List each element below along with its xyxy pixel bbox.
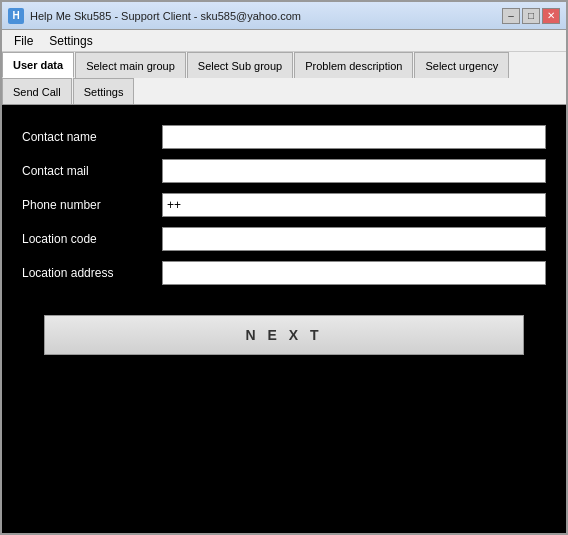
tab-select-urgency[interactable]: Select urgency <box>414 52 509 78</box>
minimize-button[interactable]: – <box>502 8 520 24</box>
phone-number-input[interactable] <box>162 193 546 217</box>
contact-mail-row: Contact mail <box>22 159 546 183</box>
title-bar-left: H Help Me Sku585 - Support Client - sku5… <box>8 8 301 24</box>
title-bar: H Help Me Sku585 - Support Client - sku5… <box>2 2 566 30</box>
content-area: Contact name Contact mail Phone number L… <box>2 105 566 533</box>
tab-settings[interactable]: Settings <box>73 78 135 104</box>
next-btn-container: N E X T <box>22 315 546 355</box>
tab-bar: User data Select main group Select Sub g… <box>2 52 566 105</box>
phone-number-row: Phone number <box>22 193 546 217</box>
main-window: H Help Me Sku585 - Support Client - sku5… <box>0 0 568 535</box>
menu-bar: File Settings <box>2 30 566 52</box>
location-address-input[interactable] <box>162 261 546 285</box>
tab-send-call[interactable]: Send Call <box>2 78 72 104</box>
phone-number-label: Phone number <box>22 198 152 212</box>
location-code-label: Location code <box>22 232 152 246</box>
location-address-row: Location address <box>22 261 546 285</box>
tab-problem-description[interactable]: Problem description <box>294 52 413 78</box>
contact-mail-input[interactable] <box>162 159 546 183</box>
app-icon: H <box>8 8 24 24</box>
close-button[interactable]: ✕ <box>542 8 560 24</box>
form-section: Contact name Contact mail Phone number L… <box>22 125 546 285</box>
menu-settings[interactable]: Settings <box>41 32 100 50</box>
next-button[interactable]: N E X T <box>44 315 524 355</box>
menu-file[interactable]: File <box>6 32 41 50</box>
contact-name-label: Contact name <box>22 130 152 144</box>
contact-name-input[interactable] <box>162 125 546 149</box>
tab-user-data[interactable]: User data <box>2 52 74 78</box>
location-address-label: Location address <box>22 266 152 280</box>
maximize-button[interactable]: □ <box>522 8 540 24</box>
location-code-row: Location code <box>22 227 546 251</box>
tab-select-main-group[interactable]: Select main group <box>75 52 186 78</box>
tab-select-sub-group[interactable]: Select Sub group <box>187 52 293 78</box>
location-code-input[interactable] <box>162 227 546 251</box>
window-title: Help Me Sku585 - Support Client - sku585… <box>30 10 301 22</box>
contact-name-row: Contact name <box>22 125 546 149</box>
contact-mail-label: Contact mail <box>22 164 152 178</box>
title-buttons: – □ ✕ <box>502 8 560 24</box>
